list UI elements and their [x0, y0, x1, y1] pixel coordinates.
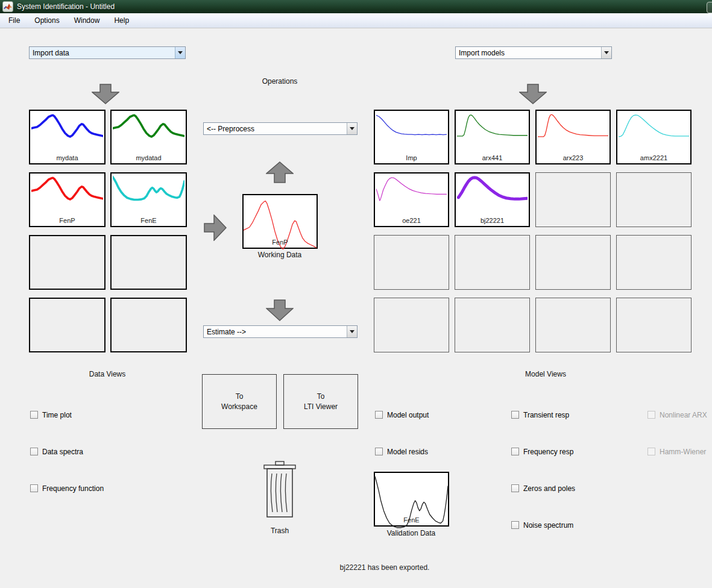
empty-slot: [616, 235, 692, 290]
icon-bj22221[interactable]: bj22221: [455, 172, 530, 227]
checkbox[interactable]: [30, 411, 38, 419]
icon-mydatad[interactable]: mydatad: [110, 110, 187, 164]
model-output-checklist: Model outputModel resids: [375, 411, 429, 484]
estimate-dropdown[interactable]: Estimate -->: [203, 325, 358, 338]
empty-slot: [535, 172, 611, 227]
validation-data-caption: Validation Data: [387, 529, 436, 537]
to-workspace-label-line2: Workspace: [221, 402, 257, 412]
empty-slot: [616, 298, 692, 352]
checkbox-row-zeros-and-poles[interactable]: Zeros and poles: [511, 484, 575, 492]
checkbox-row-noise-spectrum[interactable]: Noise spectrum: [511, 521, 575, 529]
empty-slot: [374, 235, 449, 290]
plot-curve: [457, 113, 528, 145]
titlebar[interactable]: System Identification - Untitled: [0, 0, 712, 13]
checkbox[interactable]: [511, 521, 519, 529]
checkbox-row-data-spectra[interactable]: Data spectra: [30, 448, 104, 455]
import-data-value: Import data: [33, 49, 69, 57]
checkbox-label: Model output: [387, 411, 429, 419]
checkbox-row-frequency-function[interactable]: Frequency function: [30, 484, 104, 492]
checkbox[interactable]: [511, 411, 519, 419]
to-lti-label-line1: To: [317, 392, 325, 402]
plot-label: FenP: [30, 217, 104, 224]
checkbox-label: Zeros and poles: [523, 484, 575, 493]
matlab-logo-glyph: [4, 3, 12, 10]
checkbox[interactable]: [511, 484, 519, 492]
checkbox-row-frequency-resp[interactable]: Frequency resp: [511, 448, 575, 455]
operations-label: Operations: [262, 77, 298, 86]
empty-slot: [535, 298, 611, 352]
plot-label: oe221: [375, 217, 448, 224]
down-arrow-icon: [266, 299, 294, 321]
plot-curve: [376, 175, 447, 208]
working-data-caption: Working Data: [258, 251, 301, 259]
model-views-label: Model Views: [525, 370, 566, 378]
to-workspace-label-line1: To: [236, 392, 244, 402]
down-arrow-icon: [92, 84, 119, 104]
to-lti-label-line2: LTI Viewer: [304, 402, 338, 412]
menu-window[interactable]: Window: [67, 13, 107, 28]
data-views-label: Data Views: [89, 370, 125, 378]
menu-file[interactable]: File: [1, 13, 27, 28]
data-board: mydatamydatadFenPFenE: [29, 110, 187, 352]
checkbox-label: Noise spectrum: [523, 521, 573, 530]
empty-slot: [455, 235, 530, 290]
empty-slot: [616, 172, 692, 227]
checkbox-row-transient-resp[interactable]: Transient resp: [511, 411, 575, 419]
checkbox-label: Hamm-Wiener: [660, 448, 706, 456]
plot-label: FenE: [112, 217, 186, 224]
checkbox[interactable]: [30, 448, 38, 455]
icon-FenP[interactable]: FenP: [29, 172, 106, 227]
icon-FenE[interactable]: FenE: [110, 172, 187, 227]
empty-slot: [374, 298, 449, 352]
checkbox-row-model-resids[interactable]: Model resids: [375, 448, 429, 455]
checkbox-label: Nonlinear ARX: [660, 411, 707, 419]
to-workspace-button[interactable]: To Workspace: [202, 374, 277, 429]
checkbox-row-hamm-wiener: Hamm-Wiener: [647, 448, 707, 455]
empty-slot: [110, 298, 187, 352]
dropdown-arrow-icon[interactable]: [347, 326, 357, 337]
preprocess-dropdown[interactable]: <-- Preprocess: [203, 122, 358, 135]
trash-icon[interactable]: [263, 461, 297, 519]
dropdown-arrow-icon[interactable]: [175, 47, 185, 58]
import-models-value: Import models: [459, 49, 505, 57]
menubar: FileOptionsWindowHelp: [0, 13, 712, 28]
plot-curve: [619, 113, 689, 145]
checkbox-row-time-plot[interactable]: Time plot: [30, 411, 104, 419]
plot-label: bj22221: [456, 217, 529, 224]
data-views-checklist: Time plotData spectraFrequency function: [30, 411, 104, 521]
dropdown-arrow-icon[interactable]: [601, 47, 611, 58]
checkbox[interactable]: [511, 448, 519, 455]
icon-arx223[interactable]: arx223: [535, 110, 611, 164]
checkbox-label: Frequency function: [42, 484, 104, 493]
import-data-dropdown[interactable]: Import data: [29, 46, 186, 59]
dropdown-arrow-icon[interactable]: [347, 123, 357, 134]
icon-arx441[interactable]: arx441: [455, 110, 530, 164]
plot-curve: [31, 113, 103, 145]
plot-curve: [113, 175, 184, 208]
icon-oe221[interactable]: oe221: [374, 172, 449, 227]
checkbox[interactable]: [375, 411, 383, 419]
menu-options[interactable]: Options: [27, 13, 66, 28]
import-models-dropdown[interactable]: Import models: [455, 46, 612, 59]
down-arrow-icon: [519, 84, 547, 104]
checkbox[interactable]: [375, 448, 383, 455]
icon-Imp[interactable]: Imp: [374, 110, 449, 164]
checkbox[interactable]: [30, 484, 38, 492]
checkbox: [647, 448, 655, 455]
menu-help[interactable]: Help: [107, 13, 136, 28]
up-arrow-icon: [266, 161, 294, 183]
plot-label: Imp: [375, 154, 448, 161]
icon-mydata[interactable]: mydata: [29, 110, 106, 164]
checkbox-row-model-output[interactable]: Model output: [375, 411, 429, 419]
checkbox: [647, 411, 655, 419]
empty-slot: [535, 235, 611, 290]
estimate-value: Estimate -->: [207, 328, 246, 336]
icon-amx2221[interactable]: amx2221: [616, 110, 692, 164]
empty-slot: [29, 235, 106, 290]
working-data-box[interactable]: FenP: [242, 194, 318, 249]
plot-curve: [538, 113, 608, 145]
checkbox-label: Time plot: [42, 411, 72, 419]
nonlinear-checklist: Nonlinear ARXHamm-Wiener: [647, 411, 707, 484]
to-lti-viewer-button[interactable]: To LTI Viewer: [283, 374, 358, 429]
window-controls-fragment: [707, 2, 712, 13]
